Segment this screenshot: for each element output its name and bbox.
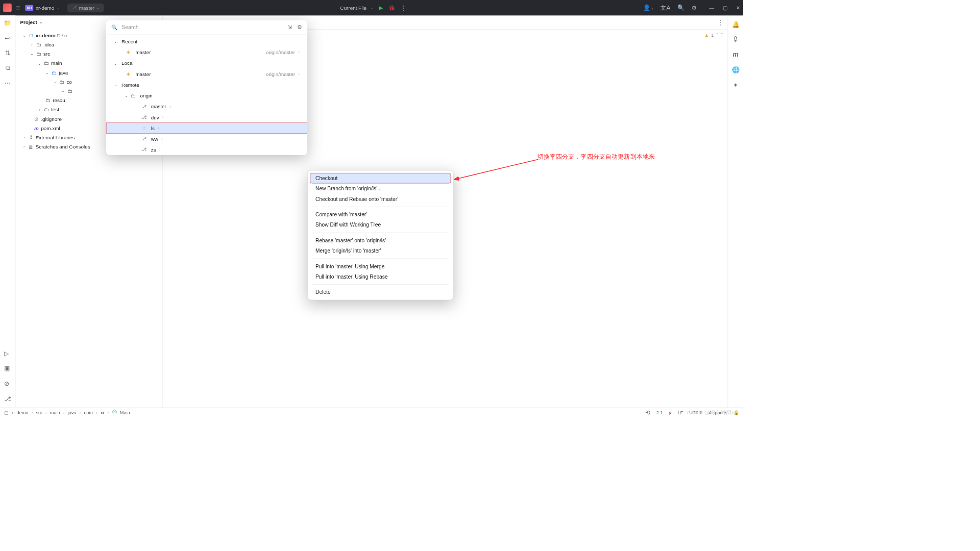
annotation-text: 切换李四分支，李四分支自动更新到本地来 (537, 153, 655, 161)
group-recent[interactable]: ⌄Recent (106, 36, 307, 47)
remote-origin[interactable]: ⌄🗀origin (106, 90, 307, 101)
title-bar: ≡ XD xr-demo ⌄ ⎇ master ⌄ Current File ⌄… (0, 0, 743, 15)
search-icon: 🔍 (111, 24, 117, 30)
branch-icon: ⎇ (141, 136, 147, 142)
menu-rebase[interactable]: Rebase 'master' onto 'origin/ls' (310, 235, 451, 245)
caret-position[interactable]: 2:1 (656, 410, 663, 415)
chevron-down-icon: ⌄ (39, 20, 42, 24)
menu-checkout[interactable]: Checkout (310, 173, 451, 183)
menu-diff[interactable]: Show Diff with Working Tree (310, 220, 451, 230)
maximize-icon[interactable]: ▢ (723, 5, 727, 10)
problems-tool-icon[interactable]: ⊘ (4, 380, 11, 387)
breadcrumbs[interactable]: ▢ xr-demo› src› main› java› com› xr› ⓒ M… (4, 409, 130, 416)
chevron-down-icon[interactable]: ⌄ (371, 6, 374, 10)
notifications-icon[interactable]: 🔔 (732, 21, 740, 28)
left-tool-rail: 📁 ⊷ ⇅ ⧉ ⋯ ▷ ▣ ⊘ ⎇ (0, 15, 15, 407)
branch-icon: ⎇ (141, 104, 147, 109)
more-actions-icon[interactable]: ⋮ (401, 4, 407, 11)
menu-checkout-rebase[interactable]: Checkout and Rebase onto 'master' (310, 194, 451, 204)
folder-icon: 🗀 (130, 93, 136, 98)
pull-requests-icon[interactable]: ⇅ (5, 49, 10, 57)
chevron-down-icon: ⌄ (57, 6, 60, 10)
topbar-left: ≡ XD xr-demo ⌄ ⎇ master ⌄ (3, 3, 104, 12)
menu-delete[interactable]: Delete (310, 287, 451, 297)
settings-icon[interactable]: ⚙ (297, 24, 302, 30)
branch-item-origin-master[interactable]: ⎇master› (106, 101, 307, 112)
ai-assistant-icon[interactable]: ✦ (733, 81, 738, 88)
debug-icon[interactable]: 🐞 (388, 5, 395, 11)
more-tool-icon[interactable]: ⋯ (5, 79, 11, 86)
menu-pull-rebase[interactable]: Pull into 'master' Using Rebase (310, 271, 451, 282)
chevron-up-icon[interactable]: ˄ (716, 31, 719, 40)
group-remote[interactable]: ⌄Remote (106, 79, 307, 90)
chevron-right-icon: › (298, 50, 300, 55)
branches-search-input[interactable] (121, 24, 284, 30)
status-bar: ▢ xr-demo› src› main› java› com› xr› ⓒ M… (0, 407, 743, 418)
branch-item-recent-master[interactable]: ◈masterorigin/master› (106, 47, 307, 58)
database-icon[interactable]: 🛢 (732, 36, 739, 43)
project-badge: XD (25, 5, 34, 10)
group-local[interactable]: ⌄Local (106, 58, 307, 68)
run-widget: Current File ⌄ ▶ 🐞 ⋮ (104, 4, 643, 11)
branch-actions-menu: Checkout New Branch from 'origin/ls'... … (307, 170, 454, 300)
code-with-me-icon[interactable]: 👤₊ (643, 4, 653, 11)
star-icon: ☆ (141, 125, 147, 131)
chevron-right-icon: › (161, 137, 163, 141)
project-selector[interactable]: XD xr-demo ⌄ (25, 5, 60, 10)
branches-search: 🔍 ⇲ ⚙ (106, 20, 307, 34)
chevron-right-icon: › (158, 126, 159, 130)
run-config-label[interactable]: Current File (340, 5, 367, 10)
chevron-right-icon: › (298, 71, 300, 76)
branch-item-origin-ww[interactable]: ⎇ww› (106, 134, 307, 144)
status-sync-icon[interactable]: ⟲ (645, 409, 650, 416)
services-tool-icon[interactable]: ▷ (4, 350, 11, 357)
menu-separator (312, 233, 449, 233)
tag-icon: ◈ (126, 71, 132, 77)
menu-merge[interactable]: Merge 'origin/ls' into 'master' (310, 246, 451, 256)
right-tool-rail: 🔔 🛢 m 🌐 ✦ (728, 15, 743, 407)
menu-separator (312, 259, 449, 259)
git-tool-icon[interactable]: ⎇ (4, 395, 11, 402)
run-icon[interactable]: ▶ (379, 5, 383, 11)
fetch-icon[interactable]: ⇲ (287, 24, 292, 30)
project-view-title: Project (20, 19, 37, 25)
warning-icon: ▲ (704, 31, 709, 40)
app-logo (3, 4, 12, 12)
project-name: xr-demo (36, 5, 54, 10)
branch-selector[interactable]: ⎇ master ⌄ (67, 3, 104, 12)
branch-item-origin-ls[interactable]: ☆ls› (106, 122, 307, 133)
tab-more-icon[interactable]: ⋮ (718, 18, 724, 26)
watermark: CSDN @稀有时阳K0 (687, 409, 739, 416)
translate-icon[interactable]: 文A (660, 4, 670, 11)
branch-item-origin-zs[interactable]: ⎇zs› (106, 144, 307, 155)
maven-tool-icon[interactable]: m (732, 51, 738, 58)
branch-icon: ⎇ (71, 5, 77, 11)
terminal-tool-icon[interactable]: ▣ (4, 365, 11, 372)
close-icon[interactable]: ✕ (736, 5, 740, 10)
branch-icon: ⎇ (141, 114, 147, 120)
commit-tool-icon[interactable]: ⊷ (5, 34, 11, 41)
settings-icon[interactable]: ⚙ (692, 4, 697, 11)
branches-popup: 🔍 ⇲ ⚙ ⌄Recent ◈masterorigin/master› ⌄Loc… (106, 20, 307, 155)
inspection-badge[interactable]: ▲1˄˅ (704, 31, 723, 40)
globe-icon[interactable]: 🌐 (732, 66, 740, 73)
topbar-right: 👤₊ 文A 🔍 ⚙ — ▢ ✕ (643, 4, 740, 11)
search-icon[interactable]: 🔍 (677, 4, 684, 11)
status-unknown-icon[interactable]: y (669, 410, 672, 415)
structure-tool-icon[interactable]: ⧉ (6, 65, 10, 72)
minimize-icon[interactable]: — (709, 5, 714, 10)
branch-name: master (79, 5, 94, 10)
menu-compare[interactable]: Compare with 'master' (310, 209, 451, 219)
tag-icon: ◈ (126, 49, 132, 55)
menu-pull-merge[interactable]: Pull into 'master' Using Merge (310, 261, 451, 271)
chevron-right-icon: › (162, 115, 164, 119)
project-tool-icon[interactable]: 📁 (4, 19, 11, 27)
menu-new-branch[interactable]: New Branch from 'origin/ls'... (310, 183, 451, 193)
chevron-down-icon[interactable]: ˅ (721, 31, 723, 40)
branch-item-local-master[interactable]: ◈masterorigin/master› (106, 68, 307, 79)
line-separator[interactable]: LF (678, 410, 683, 415)
branch-item-origin-dev[interactable]: ⎇dev› (106, 112, 307, 122)
chevron-down-icon: ⌄ (96, 6, 100, 10)
main-menu-icon[interactable]: ≡ (16, 4, 20, 12)
menu-separator (312, 207, 449, 207)
